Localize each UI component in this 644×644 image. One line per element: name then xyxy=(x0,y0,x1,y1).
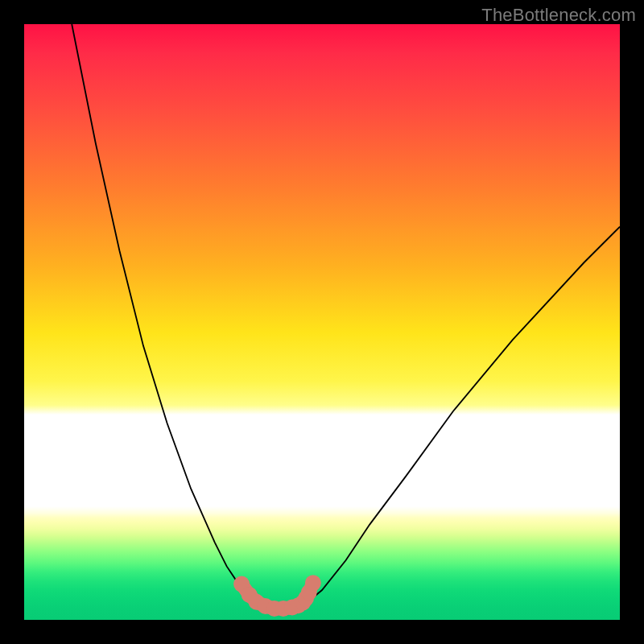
plot-area xyxy=(24,24,620,620)
highlight-markers xyxy=(233,575,321,617)
watermark-text: TheBottleneck.com xyxy=(481,5,636,26)
curve-svg xyxy=(24,24,620,620)
curve-right-branch xyxy=(308,227,621,603)
marker-dot xyxy=(305,575,321,591)
curve-left-branch xyxy=(72,24,254,600)
chart-frame: TheBottleneck.com xyxy=(0,0,644,644)
